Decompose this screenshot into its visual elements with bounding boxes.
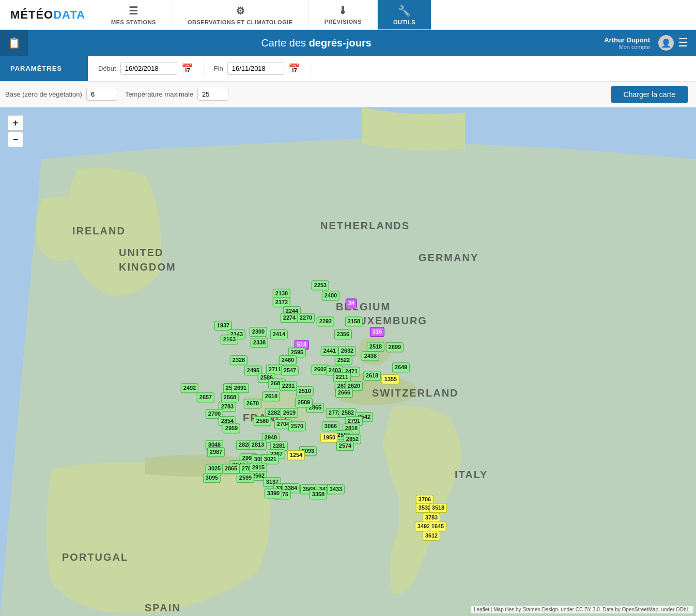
station-marker-m72[interactable]: 1950 [320,433,338,443]
station-marker-m16[interactable]: 2414 [270,329,288,339]
station-marker-m38[interactable]: 2649 [392,362,410,372]
station-marker-m23[interactable]: 2438 [362,351,379,361]
nav-label-outils: OUTILS [393,19,415,25]
station-marker-m36[interactable]: 2618 [363,371,381,381]
station-marker-m22[interactable]: 2518 [367,342,384,352]
station-marker-m108[interactable]: 1645 [429,522,446,531]
debut-section: Début 📅 [88,62,204,75]
nav-item-observations[interactable]: ⚙ OBSERVATIONS ET CLIMATOLOGIE [172,0,309,29]
hamburger-button[interactable]: ☰ [678,36,688,50]
station-marker-m65[interactable]: 2580 [254,416,271,426]
params-label: PARAMÈTRES [0,56,88,81]
debut-calendar-button[interactable]: 📅 [181,63,193,74]
page-header-user-info: Arthur Dupont Mon compte [604,36,650,50]
station-marker-m24[interactable]: 2699 [386,342,404,352]
fin-input[interactable] [227,62,284,75]
params-bar: PARAMÈTRES Début 📅 Fin 📅 [0,56,696,82]
controls-bar: Base (zéro de végétation) Température ma… [0,82,696,107]
station-marker-m102[interactable]: 3390 [265,488,282,498]
station-marker-m91[interactable]: 3095 [203,473,221,483]
station-marker-m54[interactable]: 2589 [295,398,313,407]
nav-item-stations[interactable]: ☰ MES STATIONS [96,0,172,29]
station-marker-m8[interactable]: 2270 [297,313,315,323]
station-marker-m4[interactable]: 2400 [322,291,339,301]
station-marker-m44[interactable]: 2666 [335,388,353,398]
map-container[interactable]: + − IRELANDUNITEDKINGDOMNETHERLANDSGERMA… [0,107,696,616]
map-zoom-controls: + − [8,115,23,147]
station-marker-m74[interactable]: 2574 [336,441,354,451]
station-marker-m26[interactable]: 2480 [279,355,297,365]
page-title-normal: Carte des [261,37,308,49]
station-marker-m11[interactable]: 316 [370,327,384,337]
user-name: Arthur Dupont [604,36,650,44]
station-marker-m15[interactable]: 2300 [250,327,267,337]
station-marker-m80[interactable]: 2987 [207,447,225,457]
station-marker-m37[interactable]: 1355 [382,374,399,384]
fin-calendar-button[interactable]: 📅 [288,63,300,74]
station-marker-m88[interactable]: 2865 [222,464,240,473]
station-marker-m41[interactable]: 2231 [280,381,297,391]
station-marker-m20[interactable]: 2441 [321,346,338,356]
page-header-right: Arthur Dupont Mon compte 👤 ☰ [604,35,696,51]
station-marker-m45[interactable]: 2492 [181,383,198,393]
debut-input[interactable] [120,62,177,75]
temp-group: Température maximale [125,88,228,101]
station-marker-m52[interactable]: 2670 [244,399,261,408]
page-header: 📋 Carte des degrés-jours Arthur Dupont M… [0,30,696,56]
cc-link: CC BY 3.0 [576,607,600,612]
station-marker-m7[interactable]: 2274 [281,313,298,323]
station-marker-m28[interactable]: 2328 [230,355,248,365]
station-marker-m31[interactable]: 2547 [281,366,299,375]
header: MÉTÉODATA ☰ MES STATIONS ⚙ OBSERVATIONS … [0,0,696,30]
station-marker-m105[interactable]: 3518 [429,503,447,513]
base-label: Base (zéro de végétation) [5,90,82,98]
station-marker-m10[interactable]: 2158 [345,317,363,326]
station-marker-m21[interactable]: 2632 [338,346,356,356]
station-marker-m27[interactable]: 2522 [335,355,352,365]
nav-label-previsions: PRÉVISIONS [324,19,362,25]
osm-link: OpenStreetMap [622,607,659,612]
station-marker-m100[interactable]: 3358 [310,489,327,499]
nav-label-observations: OBSERVATIONS ET CLIMATOLOGIE [188,19,293,25]
station-marker-m17[interactable]: 2356 [334,329,352,339]
station-marker-m50[interactable]: 2657 [197,392,214,402]
charge-button[interactable]: Charger la carte [611,86,688,103]
station-marker-m48[interactable]: 2510 [296,386,314,396]
base-input[interactable] [86,88,117,101]
observations-icon: ⚙ [236,5,245,17]
station-marker-m19[interactable]: 2338 [251,338,268,348]
logo-meteo: MÉTÉODATA [10,8,85,22]
station-marker-m14[interactable]: 2163 [221,335,238,344]
zoom-out-button[interactable]: − [8,132,23,147]
station-marker-m47[interactable]: 2691 [231,383,249,393]
station-marker-m49[interactable]: 2618 [262,391,280,401]
temp-label: Température maximale [125,90,193,98]
station-marker-m99[interactable]: 3433 [327,484,345,494]
zoom-in-button[interactable]: + [8,115,23,131]
station-marker-m109[interactable]: 3612 [423,531,440,541]
station-marker-m64[interactable]: 2959 [223,423,240,433]
stamen-link: Stamen Design [522,607,558,612]
temp-input[interactable] [197,88,228,101]
nav-item-outils[interactable]: 🔧 OUTILS [378,0,431,29]
fin-label: Fin [214,65,223,72]
station-marker-m57[interactable]: 2619 [281,408,298,418]
avatar[interactable]: 👤 [658,35,674,51]
station-marker-m5[interactable]: 34 [346,298,357,308]
station-marker-m77[interactable]: 2813 [249,440,267,450]
previsions-icon: 🌡 [338,5,349,17]
station-marker-m67[interactable]: 2570 [288,421,306,431]
debut-label: Début [98,65,116,72]
station-marker-m82[interactable]: 1254 [287,450,305,460]
station-marker-m51[interactable]: 2568 [221,392,239,402]
page-title: Carte des degrés-jours [28,37,604,49]
nav-label-stations: MES STATIONS [111,19,156,25]
station-marker-m1[interactable]: 2253 [312,280,329,290]
base-group: Base (zéro de végétation) [5,88,117,101]
station-marker-m87[interactable]: 3025 [206,464,223,473]
main-nav: ☰ MES STATIONS ⚙ OBSERVATIONS ET CLIMATO… [96,0,696,29]
nav-item-previsions[interactable]: 🌡 PRÉVISIONS [309,0,378,29]
page-title-bold: degrés-jours [309,37,372,49]
station-marker-m9[interactable]: 2292 [317,317,334,326]
station-marker-m93[interactable]: 2599 [237,473,254,483]
